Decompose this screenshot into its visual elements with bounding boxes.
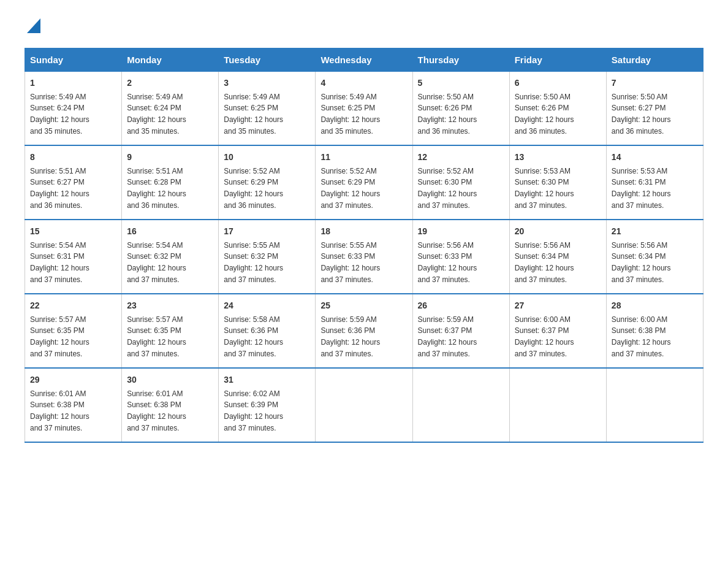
svg-marker-0 [27, 18, 40, 33]
day-number: 8 [30, 151, 116, 164]
day-number: 16 [127, 225, 213, 238]
calendar-day-cell: 25 Sunrise: 5:59 AMSunset: 6:36 PMDaylig… [316, 294, 412, 368]
day-info: Sunrise: 5:56 AMSunset: 6:34 PMDaylight:… [612, 241, 671, 284]
day-number: 20 [515, 225, 601, 238]
calendar-day-cell: 2 Sunrise: 5:49 AMSunset: 6:24 PMDayligh… [122, 71, 219, 145]
day-number: 3 [224, 77, 310, 90]
day-number: 18 [320, 225, 407, 238]
day-info: Sunrise: 5:56 AMSunset: 6:34 PMDaylight:… [515, 241, 574, 284]
calendar-day-cell: 26 Sunrise: 5:59 AMSunset: 6:37 PMDaylig… [412, 294, 509, 368]
calendar-day-cell: 9 Sunrise: 5:51 AMSunset: 6:28 PMDayligh… [122, 145, 219, 220]
calendar-day-cell: 30 Sunrise: 6:01 AMSunset: 6:38 PMDaylig… [122, 368, 219, 442]
calendar-day-cell: 17 Sunrise: 5:55 AMSunset: 6:32 PMDaylig… [219, 220, 316, 294]
day-number: 23 [127, 299, 213, 312]
calendar-day-cell: 29 Sunrise: 6:01 AMSunset: 6:38 PMDaylig… [25, 368, 122, 442]
day-number: 28 [612, 299, 698, 312]
day-info: Sunrise: 5:54 AMSunset: 6:32 PMDaylight:… [127, 241, 186, 284]
logo [25, 18, 40, 36]
day-info: Sunrise: 5:49 AMSunset: 6:24 PMDaylight:… [30, 93, 89, 136]
day-number: 4 [320, 77, 407, 90]
day-info: Sunrise: 5:55 AMSunset: 6:33 PMDaylight:… [320, 241, 380, 284]
day-info: Sunrise: 5:49 AMSunset: 6:25 PMDaylight:… [224, 93, 283, 136]
day-info: Sunrise: 6:01 AMSunset: 6:38 PMDaylight:… [30, 389, 89, 432]
calendar-day-cell: 13 Sunrise: 5:53 AMSunset: 6:30 PMDaylig… [509, 145, 606, 220]
day-info: Sunrise: 5:57 AMSunset: 6:35 PMDaylight:… [30, 315, 89, 358]
day-info: Sunrise: 6:02 AMSunset: 6:39 PMDaylight:… [224, 389, 283, 432]
day-number: 13 [515, 151, 601, 164]
day-number: 22 [30, 299, 116, 312]
day-number: 27 [515, 299, 601, 312]
calendar-week-row: 29 Sunrise: 6:01 AMSunset: 6:38 PMDaylig… [25, 368, 703, 442]
weekday-header-tuesday: Tuesday [219, 48, 316, 71]
weekday-header-sunday: Sunday [25, 48, 122, 71]
day-info: Sunrise: 6:00 AMSunset: 6:37 PMDaylight:… [515, 315, 574, 358]
day-number: 21 [612, 225, 698, 238]
calendar-day-cell: 4 Sunrise: 5:49 AMSunset: 6:25 PMDayligh… [316, 71, 412, 145]
calendar-day-cell [316, 368, 412, 442]
calendar-day-cell [509, 368, 606, 442]
day-info: Sunrise: 5:50 AMSunset: 6:26 PMDaylight:… [515, 93, 574, 136]
calendar-day-cell: 5 Sunrise: 5:50 AMSunset: 6:26 PMDayligh… [412, 71, 509, 145]
day-info: Sunrise: 5:54 AMSunset: 6:31 PMDaylight:… [30, 241, 89, 284]
day-info: Sunrise: 5:53 AMSunset: 6:31 PMDaylight:… [612, 167, 671, 210]
day-number: 30 [127, 373, 213, 386]
calendar-day-cell: 7 Sunrise: 5:50 AMSunset: 6:27 PMDayligh… [606, 71, 703, 145]
calendar-day-cell: 15 Sunrise: 5:54 AMSunset: 6:31 PMDaylig… [25, 220, 122, 294]
day-info: Sunrise: 5:51 AMSunset: 6:28 PMDaylight:… [127, 167, 186, 210]
day-info: Sunrise: 5:49 AMSunset: 6:24 PMDaylight:… [127, 93, 186, 136]
day-number: 15 [30, 225, 116, 238]
calendar-day-cell: 18 Sunrise: 5:55 AMSunset: 6:33 PMDaylig… [316, 220, 412, 294]
day-info: Sunrise: 5:49 AMSunset: 6:25 PMDaylight:… [320, 93, 380, 136]
day-number: 5 [418, 77, 504, 90]
calendar-day-cell: 6 Sunrise: 5:50 AMSunset: 6:26 PMDayligh… [509, 71, 606, 145]
day-number: 6 [515, 77, 601, 90]
day-info: Sunrise: 5:59 AMSunset: 6:36 PMDaylight:… [320, 315, 380, 358]
calendar-table: SundayMondayTuesdayWednesdayThursdayFrid… [25, 48, 703, 443]
calendar-day-cell [606, 368, 703, 442]
day-number: 17 [224, 225, 310, 238]
calendar-day-cell: 12 Sunrise: 5:52 AMSunset: 6:30 PMDaylig… [412, 145, 509, 220]
day-number: 14 [612, 151, 698, 164]
day-info: Sunrise: 5:59 AMSunset: 6:37 PMDaylight:… [418, 315, 477, 358]
day-info: Sunrise: 5:51 AMSunset: 6:27 PMDaylight:… [30, 167, 89, 210]
day-info: Sunrise: 5:50 AMSunset: 6:27 PMDaylight:… [612, 93, 671, 136]
day-number: 1 [30, 77, 116, 90]
day-number: 29 [30, 373, 116, 386]
calendar-day-cell: 19 Sunrise: 5:56 AMSunset: 6:33 PMDaylig… [412, 220, 509, 294]
day-info: Sunrise: 5:53 AMSunset: 6:30 PMDaylight:… [515, 167, 574, 210]
day-number: 12 [418, 151, 504, 164]
day-info: Sunrise: 6:00 AMSunset: 6:38 PMDaylight:… [612, 315, 671, 358]
calendar-day-cell [412, 368, 509, 442]
weekday-header-saturday: Saturday [606, 48, 703, 71]
day-number: 19 [418, 225, 504, 238]
calendar-day-cell: 8 Sunrise: 5:51 AMSunset: 6:27 PMDayligh… [25, 145, 122, 220]
day-number: 31 [224, 373, 310, 386]
calendar-week-row: 15 Sunrise: 5:54 AMSunset: 6:31 PMDaylig… [25, 220, 703, 294]
weekday-header-thursday: Thursday [412, 48, 509, 71]
day-info: Sunrise: 5:52 AMSunset: 6:30 PMDaylight:… [418, 167, 477, 210]
day-number: 25 [320, 299, 407, 312]
logo-triangle-icon [27, 18, 40, 33]
calendar-day-cell: 21 Sunrise: 5:56 AMSunset: 6:34 PMDaylig… [606, 220, 703, 294]
calendar-day-cell: 14 Sunrise: 5:53 AMSunset: 6:31 PMDaylig… [606, 145, 703, 220]
day-number: 2 [127, 77, 213, 90]
calendar-week-row: 1 Sunrise: 5:49 AMSunset: 6:24 PMDayligh… [25, 71, 703, 145]
day-number: 9 [127, 151, 213, 164]
day-info: Sunrise: 5:57 AMSunset: 6:35 PMDaylight:… [127, 315, 186, 358]
calendar-day-cell: 22 Sunrise: 5:57 AMSunset: 6:35 PMDaylig… [25, 294, 122, 368]
day-info: Sunrise: 5:56 AMSunset: 6:33 PMDaylight:… [418, 241, 477, 284]
day-info: Sunrise: 5:52 AMSunset: 6:29 PMDaylight:… [320, 167, 380, 210]
calendar-day-cell: 28 Sunrise: 6:00 AMSunset: 6:38 PMDaylig… [606, 294, 703, 368]
weekday-header-row: SundayMondayTuesdayWednesdayThursdayFrid… [25, 48, 703, 71]
day-info: Sunrise: 5:58 AMSunset: 6:36 PMDaylight:… [224, 315, 283, 358]
calendar-day-cell: 23 Sunrise: 5:57 AMSunset: 6:35 PMDaylig… [122, 294, 219, 368]
day-number: 11 [320, 151, 407, 164]
calendar-day-cell: 24 Sunrise: 5:58 AMSunset: 6:36 PMDaylig… [219, 294, 316, 368]
day-number: 26 [418, 299, 504, 312]
day-number: 24 [224, 299, 310, 312]
calendar-week-row: 22 Sunrise: 5:57 AMSunset: 6:35 PMDaylig… [25, 294, 703, 368]
calendar-day-cell: 16 Sunrise: 5:54 AMSunset: 6:32 PMDaylig… [122, 220, 219, 294]
day-info: Sunrise: 5:50 AMSunset: 6:26 PMDaylight:… [418, 93, 477, 136]
calendar-week-row: 8 Sunrise: 5:51 AMSunset: 6:27 PMDayligh… [25, 145, 703, 220]
weekday-header-friday: Friday [509, 48, 606, 71]
